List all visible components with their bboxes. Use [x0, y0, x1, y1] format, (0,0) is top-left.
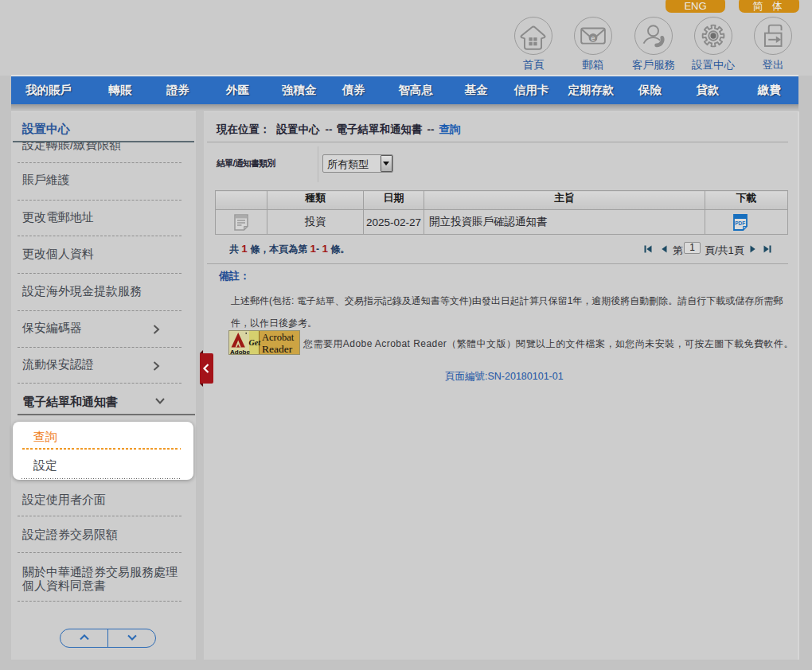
svg-text:Acrobat: Acrobat: [262, 332, 295, 343]
svg-text:PDF: PDF: [735, 220, 745, 225]
svg-text:e: e: [591, 34, 595, 42]
svg-text:Get: Get: [249, 338, 262, 347]
svg-text:Reader: Reader: [262, 343, 293, 355]
svg-text:Adobe: Adobe: [230, 349, 250, 355]
